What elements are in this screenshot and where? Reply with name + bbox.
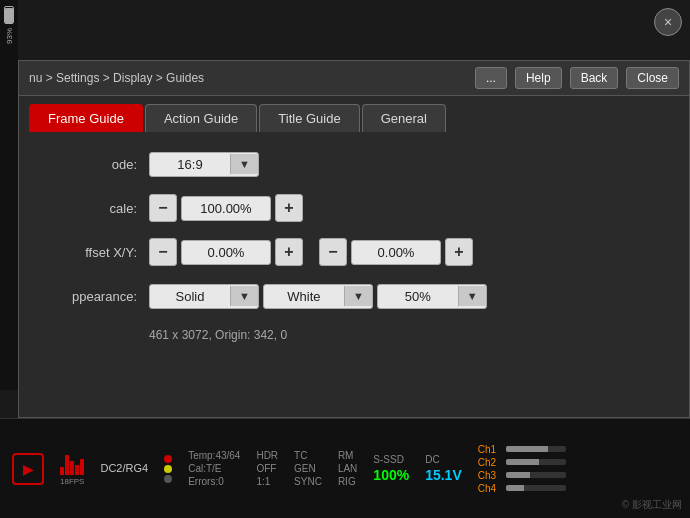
fps-label: 18FPS (60, 477, 84, 486)
dc-label: DC (425, 454, 462, 465)
offset-x-plus-button[interactable]: + (275, 238, 303, 266)
color-dropdown-arrow[interactable]: ▼ (344, 286, 372, 306)
fps-bar-1 (60, 467, 64, 475)
offset-x-minus-button[interactable]: − (149, 238, 177, 266)
camera-name: DC2/RG4 (100, 460, 148, 477)
rm-block: RM LAN RIG (338, 450, 357, 487)
ch2-row: Ch2 (478, 457, 566, 468)
sync-label: SYNC (294, 476, 322, 487)
close-button[interactable]: Close (626, 67, 679, 89)
rm-label: RM (338, 450, 357, 461)
breadcrumb: nu > Settings > Display > Guides (29, 71, 467, 85)
dot-row-3 (164, 475, 172, 483)
dot-red (164, 455, 172, 463)
ssd-value: 100% (373, 467, 409, 483)
temp-block: Temp:43/64 Cal:T/E Errors:0 (188, 450, 240, 487)
ch2-label: Ch2 (478, 457, 502, 468)
offset-y-plus-button[interactable]: + (445, 238, 473, 266)
ch1-fill (506, 446, 548, 452)
opacity-dropdown[interactable]: 50% ▼ (377, 284, 487, 309)
ch2-fill (506, 459, 539, 465)
offset-x-value: 0.00% (181, 240, 271, 265)
close-x-button[interactable]: × (654, 8, 682, 36)
close-x-icon: × (664, 14, 672, 30)
offset-controls: − 0.00% + − 0.00% + (149, 238, 473, 266)
tab-action-guide[interactable]: Action Guide (145, 104, 257, 132)
ch3-label: Ch3 (478, 470, 502, 481)
ch4-label: Ch4 (478, 483, 502, 494)
status-bar: 93% (0, 0, 18, 390)
scale-value: 100.00% (181, 196, 271, 221)
battery-icon (4, 6, 14, 24)
color-value: White (264, 285, 344, 308)
ch4-fill (506, 485, 524, 491)
back-button[interactable]: Back (570, 67, 619, 89)
appearance-row: ppearance: Solid ▼ White ▼ 50% ▼ (39, 280, 669, 312)
s-ssd-label: S-SSD (373, 454, 409, 465)
fps-bar-3 (70, 461, 74, 475)
battery-pct: 93% (5, 28, 14, 44)
hdr-label: HDR (256, 450, 278, 461)
channel-panel: Ch1 Ch2 Ch3 Ch4 (478, 444, 566, 494)
scale-minus-button[interactable]: − (149, 194, 177, 222)
ssd-block: S-SSD 100% (373, 454, 409, 483)
appearance-label: ppearance: (39, 289, 149, 304)
cal-value: Cal:T/E (188, 463, 240, 474)
ch2-bar (506, 459, 566, 465)
tab-title-guide[interactable]: Title Guide (259, 104, 359, 132)
scale-plus-button[interactable]: + (275, 194, 303, 222)
offset-label: ffset X/Y: (39, 245, 149, 260)
color-dropdown[interactable]: White ▼ (263, 284, 373, 309)
ch1-bar (506, 446, 566, 452)
content-area: ode: 16:9 ▼ cale: − 100.00% + ffset X/Y:… (19, 132, 689, 358)
dc-block: DC 15.1V (425, 454, 462, 483)
dot-yellow (164, 465, 172, 473)
style-dropdown[interactable]: Solid ▼ (149, 284, 259, 309)
main-panel: nu > Settings > Display > Guides ... Hel… (18, 60, 690, 418)
offset-y-value: 0.00% (351, 240, 441, 265)
tc-block: TC GEN SYNC (294, 450, 322, 487)
ch1-row: Ch1 (478, 444, 566, 455)
tab-general[interactable]: General (362, 104, 446, 132)
fps-display: 18FPS (60, 451, 84, 486)
play-icon: ▶ (12, 453, 44, 485)
temp-value: Temp:43/64 (188, 450, 240, 461)
style-dropdown-arrow[interactable]: ▼ (230, 286, 258, 306)
tc-val: 1:1 (256, 476, 278, 487)
ch4-row: Ch4 (478, 483, 566, 494)
ch3-bar (506, 472, 566, 478)
dot-row-1 (164, 455, 172, 463)
mode-dropdown[interactable]: 16:9 ▼ (149, 152, 259, 177)
gen-label: GEN (294, 463, 322, 474)
fps-bars (60, 451, 84, 475)
play-symbol: ▶ (23, 461, 34, 477)
fps-bar-4 (75, 465, 79, 475)
dot-row-2 (164, 465, 172, 473)
mode-dropdown-arrow[interactable]: ▼ (230, 154, 258, 174)
ch3-row: Ch3 (478, 470, 566, 481)
hdr-block: HDR OFF 1:1 (256, 450, 278, 487)
opacity-value: 50% (378, 285, 458, 308)
watermark: © 影视工业网 (622, 498, 682, 512)
rig-label: RIG (338, 476, 357, 487)
ch1-label: Ch1 (478, 444, 502, 455)
style-value: Solid (150, 285, 230, 308)
opacity-dropdown-arrow[interactable]: ▼ (458, 286, 486, 306)
mode-row: ode: 16:9 ▼ (39, 148, 669, 180)
fps-bar-2 (65, 455, 69, 475)
scale-label: cale: (39, 201, 149, 216)
camera-info: DC2/RG4 (100, 460, 148, 477)
scale-controls: − 100.00% + (149, 194, 303, 222)
tabs: Frame Guide Action Guide Title Guide Gen… (19, 96, 689, 132)
fps-bar-5 (80, 459, 84, 475)
help-button[interactable]: Help (515, 67, 562, 89)
more-button[interactable]: ... (475, 67, 507, 89)
hdr-val: OFF (256, 463, 278, 474)
tab-frame-guide[interactable]: Frame Guide (29, 104, 143, 132)
mode-label: ode: (39, 157, 149, 172)
offset-y-minus-button[interactable]: − (319, 238, 347, 266)
breadcrumb-bar: nu > Settings > Display > Guides ... Hel… (19, 61, 689, 96)
lan-label: LAN (338, 463, 357, 474)
mode-controls: 16:9 ▼ (149, 152, 259, 177)
ch3-fill (506, 472, 530, 478)
